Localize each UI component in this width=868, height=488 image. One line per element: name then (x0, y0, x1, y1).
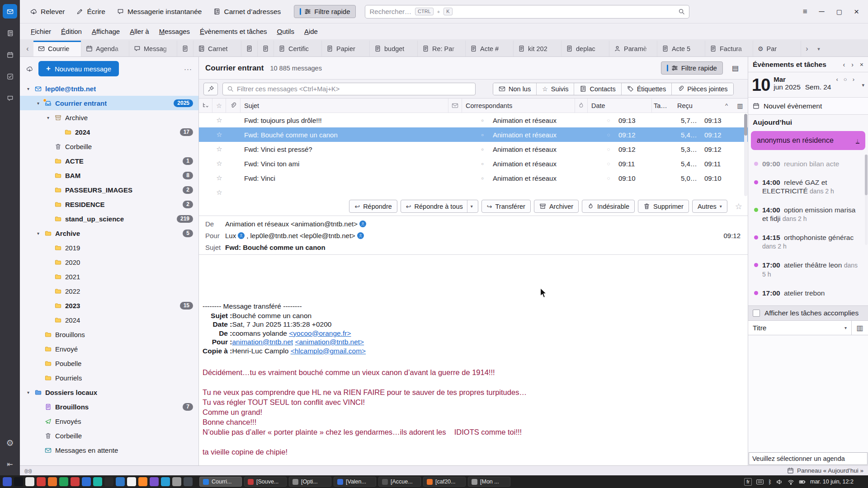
contact-icon[interactable] (359, 221, 366, 227)
tab-par[interactable]: ⚙Par (753, 41, 801, 56)
correspondents-column-header[interactable]: Correspondants (462, 99, 575, 113)
launcher-icon-8[interactable] (82, 477, 91, 486)
message-row[interactable]: ☆Fwd: Vinci ton ami○Animation et réseaux… (199, 156, 748, 171)
message-row[interactable]: ☆Fwd: Bouché comme un canon○Animation et… (199, 127, 748, 142)
launcher-icon-5[interactable] (48, 477, 57, 486)
size-column-header[interactable]: Ta… (652, 99, 675, 113)
write-button[interactable]: Écrire (71, 5, 110, 19)
chat-space-icon[interactable] (3, 91, 17, 105)
show-completed-checkbox[interactable] (753, 310, 760, 317)
get-messages-button[interactable]: Relever (25, 5, 70, 19)
twisty-icon[interactable]: ▾ (25, 86, 31, 91)
folder-item-brouillons[interactable]: Brouillons (20, 327, 198, 342)
tab-factura[interactable]: Factura (705, 41, 753, 56)
event-atelier-th-tre-leon[interactable]: 17:00 atelier théâtre leon dans 5 h (748, 256, 868, 284)
folder-item-2020[interactable]: 2020 (20, 255, 198, 269)
star-column-icon[interactable]: ☆ (212, 99, 226, 113)
tab-agenda[interactable]: Agenda (81, 41, 129, 56)
tab-kit-202[interactable]: kit 202 (514, 41, 561, 56)
tab-papier[interactable]: Papier (322, 41, 370, 56)
app-menu-icon[interactable]: ≡ (803, 8, 807, 15)
tab-carnet[interactable]: Carnet (193, 41, 241, 56)
filter-tiquettes[interactable]: Étiquettes (622, 83, 672, 95)
folder-item-corbeille[interactable]: Corbeille (20, 139, 198, 154)
collapse-spaces-icon[interactable]: ⇤ (3, 457, 17, 472)
tab-certific[interactable]: Certific (274, 41, 322, 56)
to-value-2[interactable]: , lep0le@tntb.net <lep0le@tntb.net> (246, 232, 355, 239)
filter-contacts[interactable]: Contacts (574, 83, 621, 95)
star-icon[interactable]: ☆ (212, 113, 226, 127)
agenda-select-input[interactable]: Veuillez sélectionner un agenda (749, 452, 868, 465)
to-value-1[interactable]: Lux (225, 232, 236, 239)
message-row[interactable]: ☆Fwd: toujours plus drôle!!!○Animation e… (199, 113, 748, 127)
email-link[interactable]: <yocoo@orange.fr> (289, 329, 351, 337)
tab-param[interactable]: Paramè (609, 41, 657, 56)
forward-button[interactable]: ↪Transférer (481, 200, 531, 213)
tab-acte[interactable]: Acte # (466, 41, 514, 56)
filter-messages-input[interactable]: Filtrer ces messages <Ctrl+Maj+K> (222, 83, 476, 95)
from-value[interactable]: Animation et réseaux <animation@tntb.net… (225, 220, 358, 228)
filter-pi-ces-jointes[interactable]: Pièces jointes (672, 83, 733, 95)
address-book-space-icon[interactable] (3, 26, 17, 40)
network-icon[interactable] (788, 479, 794, 485)
launcher-icon-12[interactable] (127, 477, 136, 486)
menu-outils[interactable]: Outils (273, 26, 299, 37)
star-message-icon[interactable]: ☆ (735, 202, 742, 211)
bluetooth-icon[interactable]: ᛒ (768, 479, 772, 485)
folder-item-residence[interactable]: RESIDENCE2 (20, 197, 198, 211)
launcher-icon-7[interactable] (71, 477, 80, 486)
twisty-icon[interactable]: ▾ (25, 390, 31, 395)
close-icon[interactable]: × (854, 7, 859, 16)
date-picker-dropdown-icon[interactable]: ▾ (862, 82, 864, 88)
folder-item-messages-en-attente[interactable]: Messages en attente (20, 443, 198, 457)
message-row[interactable]: ☆ (199, 185, 748, 197)
folder-item-bam[interactable]: BAM8 (20, 168, 198, 183)
launcher-icon-17[interactable] (184, 477, 193, 486)
folder-item-acte[interactable]: ACTE1 (20, 154, 198, 168)
junk-column-icon[interactable] (575, 99, 588, 113)
reply-button[interactable]: ↩Répondre (349, 200, 397, 213)
settings-gear-icon[interactable]: ⚙ (3, 436, 17, 450)
download-event-icon[interactable]: ↓ (856, 138, 860, 144)
folder-item-poubelle[interactable]: Poubelle (20, 356, 198, 371)
launcher-icon-3[interactable] (25, 477, 34, 486)
star-icon[interactable]: ☆ (212, 156, 226, 171)
star-icon[interactable]: ☆ (212, 127, 226, 142)
star-icon[interactable]: ☆ (212, 142, 226, 156)
allday-event[interactable]: anonymus en résidence ↓ (751, 131, 865, 150)
task-sort-select[interactable]: Titre▾ (748, 321, 852, 335)
tab-document[interactable] (258, 41, 274, 56)
contact-icon[interactable] (238, 232, 245, 239)
folder-item-2023[interactable]: 202315 (20, 298, 198, 313)
twisty-icon[interactable]: ▾ (35, 101, 41, 106)
folder-item-envoy[interactable]: Envoyé (20, 342, 198, 356)
menu-affichage[interactable]: Affichage (87, 26, 124, 37)
calendar-prev-icon[interactable]: ‹ (836, 76, 838, 83)
clock[interactable]: mar. 10 juin, 12:2 (810, 479, 865, 485)
message-row[interactable]: ☆Fwd: Vinci○Animation et réseaux◌09:105,… (199, 171, 748, 185)
launcher-icon-6[interactable] (59, 477, 68, 486)
tab-deplac[interactable]: deplac (561, 41, 609, 56)
filter-suivis[interactable]: ☆Suivis (537, 83, 574, 95)
launcher-icon-15[interactable] (161, 477, 170, 486)
star-icon[interactable]: ☆ (212, 185, 226, 197)
menu-aide[interactable]: Aide (300, 26, 322, 37)
delete-button[interactable]: Supprimer (638, 200, 689, 213)
twisty-icon[interactable]: ▾ (35, 231, 41, 236)
folder-item-dossiers-locaux[interactable]: ▾Dossiers locaux (20, 385, 198, 399)
star-icon[interactable]: ☆ (212, 171, 226, 185)
launcher-icon-11[interactable] (116, 477, 125, 486)
new-message-button[interactable]: +Nouveau message (38, 61, 119, 76)
twisty-icon[interactable]: ▾ (45, 115, 51, 120)
next-day-icon[interactable]: › (851, 61, 854, 68)
tab-budget[interactable]: budget (370, 41, 418, 56)
folder-item-2019[interactable]: 2019 (20, 240, 198, 255)
launcher-icon-13[interactable] (138, 477, 147, 486)
folder-item-courrier-entrant[interactable]: ▾Courrier entrant2025 (20, 96, 198, 110)
contact-icon[interactable] (357, 232, 364, 239)
menu-messages[interactable]: Messages (155, 26, 194, 37)
window-button-souve[interactable]: [Souve... (244, 477, 287, 487)
battery-icon[interactable] (799, 479, 806, 485)
calendar-today-icon[interactable]: ○ (844, 76, 847, 83)
email-link[interactable]: <animation@tntb.net> (295, 338, 364, 346)
